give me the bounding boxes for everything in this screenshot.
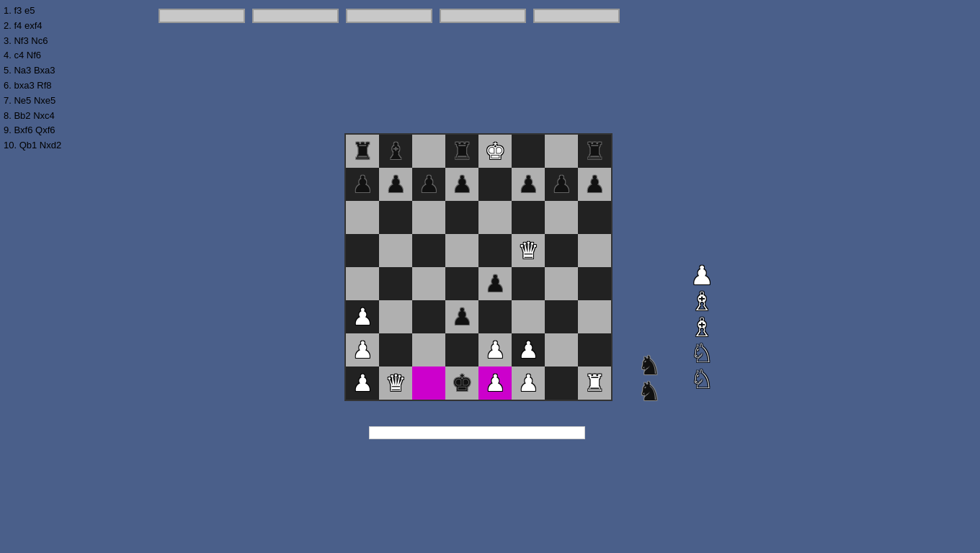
chess-piece: ♜ (584, 369, 605, 397)
chess-piece: ♜ (452, 138, 473, 165)
board-cell[interactable] (412, 201, 445, 234)
board-cell[interactable] (512, 135, 545, 168)
board-cell[interactable]: ♟ (412, 168, 445, 201)
board-cell[interactable] (412, 300, 445, 333)
board-cell[interactable] (379, 234, 412, 267)
board-cell[interactable] (445, 201, 478, 234)
board-cell[interactable]: ♟ (346, 168, 379, 201)
board-cell[interactable] (379, 201, 412, 234)
board-cell[interactable] (478, 201, 512, 234)
board-cell[interactable] (478, 300, 512, 333)
move-history-item: 2. f4 exf4 (4, 19, 61, 34)
move-history: 1. f3 e52. f4 exf43. Nf3 Nc64. c4 Nf65. … (4, 4, 61, 153)
board-cell[interactable] (512, 300, 545, 333)
captured-piece: ♘ (690, 367, 713, 392)
board-cell[interactable]: ♜ (346, 135, 379, 168)
board-cell[interactable]: ♚ (445, 367, 478, 400)
chess-piece: ♟ (518, 336, 539, 364)
chess-piece: ♝ (386, 138, 406, 165)
board-cell[interactable] (445, 333, 478, 367)
captured-piece: ♘ (690, 341, 713, 367)
board-cell[interactable] (379, 267, 412, 300)
board-cell[interactable]: ♟ (445, 300, 478, 333)
chess-piece: ♟ (518, 369, 539, 397)
board-cell[interactable]: ♟ (478, 367, 512, 400)
board-cell[interactable] (578, 234, 611, 267)
board-cell[interactable]: ♟ (578, 168, 611, 201)
board-cell[interactable]: ♜ (578, 135, 611, 168)
move-history-item: 10. Qb1 Nxd2 (4, 138, 61, 153)
board-cell[interactable] (379, 333, 412, 367)
board-cell[interactable]: ♛ (512, 234, 545, 267)
board-cell[interactable]: ♜ (578, 367, 611, 400)
board-cell[interactable] (412, 135, 445, 168)
board-cell[interactable] (512, 201, 545, 234)
board-cell[interactable] (545, 201, 578, 234)
move-history-item: 1. f3 e5 (4, 4, 61, 19)
board-area: ♜♝♜♚♜♟♟♟♟♟♟♟♛♟♟♟♟♟♟♟♛♚♟♟♜ (344, 133, 612, 401)
board-cell[interactable] (512, 267, 545, 300)
board-cell[interactable]: ♟ (346, 367, 379, 400)
chess-piece: ♟ (352, 336, 373, 364)
board-cell[interactable] (545, 135, 578, 168)
board-cell[interactable] (545, 333, 578, 367)
board-cell[interactable]: ♟ (379, 168, 412, 201)
chess-piece: ♜ (584, 138, 605, 165)
suggest-move-button[interactable] (533, 9, 620, 23)
board-cell[interactable] (346, 201, 379, 234)
board-cell[interactable] (545, 234, 578, 267)
board-cell[interactable] (412, 333, 445, 367)
board-cell[interactable] (578, 333, 611, 367)
board-cell[interactable]: ♟ (512, 333, 545, 367)
progress-bar (369, 426, 585, 439)
chess-piece: ♟ (452, 303, 473, 331)
move-history-item: 3. Nf3 Nc6 (4, 34, 61, 49)
board-cell[interactable]: ♟ (478, 267, 512, 300)
board-cell[interactable]: ♟ (478, 333, 512, 367)
chess-piece: ♟ (386, 171, 406, 198)
board-cell[interactable] (379, 300, 412, 333)
board-cell[interactable] (346, 267, 379, 300)
board-cell[interactable]: ♟ (445, 168, 478, 201)
board-cell[interactable]: ♜ (445, 135, 478, 168)
chess-piece: ♟ (419, 171, 440, 198)
board-cell[interactable] (578, 300, 611, 333)
revert-last-move-button[interactable] (252, 9, 339, 23)
board-cell[interactable]: ♝ (379, 135, 412, 168)
chess-piece: ♚ (452, 369, 473, 397)
board-cell[interactable]: ♟ (545, 168, 578, 201)
board-cell[interactable]: ♟ (512, 367, 545, 400)
board-cell[interactable]: ♟ (512, 168, 545, 201)
chess-board[interactable]: ♜♝♜♚♜♟♟♟♟♟♟♟♛♟♟♟♟♟♟♟♛♚♟♟♜ (344, 133, 612, 401)
flip-board-button[interactable] (346, 9, 432, 23)
chess-piece: ♟ (352, 303, 373, 331)
reset-board-button[interactable] (159, 9, 245, 23)
board-cell[interactable] (478, 234, 512, 267)
chess-piece: ♟ (518, 171, 539, 198)
board-cell[interactable] (445, 234, 478, 267)
board-cell[interactable]: ♟ (346, 300, 379, 333)
board-cell[interactable] (545, 300, 578, 333)
board-cell[interactable] (412, 267, 445, 300)
main-menu-button[interactable] (440, 9, 526, 23)
captured-piece: ♗ (690, 315, 713, 341)
captured-piece: ♞ (638, 379, 661, 405)
chess-piece: ♜ (352, 138, 373, 165)
board-cell[interactable]: ♚ (478, 135, 512, 168)
captured-piece: ♞ (638, 353, 661, 379)
chess-piece: ♟ (584, 171, 605, 198)
board-cell[interactable] (346, 234, 379, 267)
board-cell[interactable] (545, 267, 578, 300)
board-cell[interactable] (412, 367, 445, 400)
board-cell[interactable] (412, 234, 445, 267)
captured-black-pieces: ♞♞ (638, 353, 661, 405)
board-cell[interactable] (545, 367, 578, 400)
chess-piece: ♟ (551, 171, 572, 198)
board-cell[interactable] (578, 201, 611, 234)
board-cell[interactable] (445, 267, 478, 300)
board-cell[interactable] (578, 267, 611, 300)
board-cell[interactable] (478, 168, 512, 201)
board-cell[interactable]: ♛ (379, 367, 412, 400)
board-cell[interactable]: ♟ (346, 333, 379, 367)
move-history-item: 5. Na3 Bxa3 (4, 63, 61, 78)
